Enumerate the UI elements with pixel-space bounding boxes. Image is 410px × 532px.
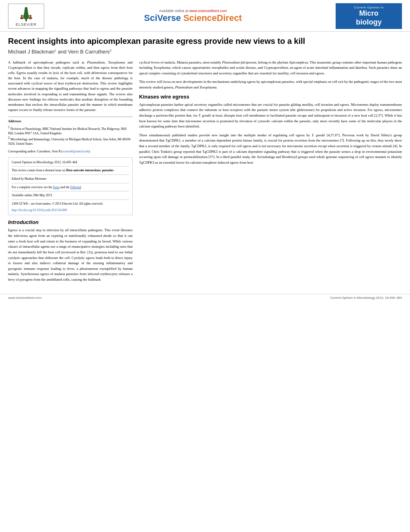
corresponding-email-link[interactable]: vcarruth@umich.edu bbox=[62, 150, 89, 153]
elsevier-tree-icon bbox=[16, 6, 36, 22]
author2-superscript: 2 bbox=[110, 49, 111, 52]
svg-point-7 bbox=[29, 17, 32, 19]
author-and: and Vern B Carruthers bbox=[56, 49, 110, 55]
right-col-intro-cont: cyclical fevers of malaria. Malaria para… bbox=[139, 60, 402, 76]
footer-right-text: Current Opinion in Microbiology 2013, 16… bbox=[330, 296, 402, 300]
svg-point-8 bbox=[29, 15, 31, 17]
sciencedirect-title: SciVerse ScienceDirect bbox=[56, 13, 330, 23]
journal-badge: Current Opinion in Microbiology bbox=[336, 3, 402, 29]
two-col-layout: A hallmark of apicomplexan pathogens suc… bbox=[8, 60, 402, 286]
sci-part1: SciVerse bbox=[144, 13, 183, 23]
header-center: Available online at www.sciencedirect.co… bbox=[56, 9, 330, 23]
journal-badge-micro: Micro bbox=[359, 9, 378, 17]
article-authors: Michael J Blackman1 and Vern B Carruther… bbox=[8, 49, 402, 55]
page-footer: www.sciencedirect.com Current Opinion in… bbox=[0, 294, 410, 301]
info-divider3 bbox=[12, 183, 129, 183]
info-journal-line: Current Opinion in Microbiology 2013, 16… bbox=[12, 160, 129, 165]
journal-badge-title: Microbiology bbox=[340, 9, 398, 27]
kinases-heading: Kinases wire egress bbox=[139, 94, 402, 100]
info-edited-line: Edited by Markus Meissner bbox=[12, 177, 129, 181]
info-issue-link[interactable]: Issue bbox=[53, 185, 59, 189]
kinases-text2: Three simultaneously published studies p… bbox=[139, 133, 402, 166]
info-overview-text: For a complete overview see the bbox=[12, 185, 53, 189]
info-divider2 bbox=[12, 175, 129, 175]
addresses-box: Addresses 1 Division of Parasitology, MR… bbox=[8, 117, 133, 146]
info-editorial-link[interactable]: Editorial bbox=[70, 185, 81, 189]
journal-badge-top-text: Current Opinion in bbox=[340, 6, 398, 9]
right-column: cyclical fevers of malaria. Malaria para… bbox=[139, 60, 402, 286]
info-overview-line: For a complete overview see the Issue an… bbox=[12, 185, 129, 190]
svg-point-4 bbox=[25, 7, 27, 11]
info-and-text: and the bbox=[59, 185, 70, 189]
address1: 1 Division of Parasitology, MRC National… bbox=[8, 125, 133, 136]
address2: 2 Microbiology and Immunology, Universit… bbox=[8, 136, 133, 146]
author1-name: Michael J Blackman bbox=[8, 49, 55, 55]
article-title: Recent insights into apicomplexan parasi… bbox=[8, 36, 402, 46]
journal-badge-biology: biology bbox=[356, 18, 382, 26]
info-divider1 bbox=[12, 166, 129, 166]
corresponding-author: Corresponding author: Carruthers, Vern B… bbox=[8, 149, 133, 154]
svg-point-6 bbox=[21, 15, 23, 17]
info-themed-line: This review comes from a themed issue on… bbox=[12, 168, 129, 173]
info-license-line: 1369-5274/$ – see front matter, © 2013 E… bbox=[12, 201, 129, 206]
abstract-text: A hallmark of apicomplexan pathogens suc… bbox=[8, 60, 133, 113]
left-column: A hallmark of apicomplexan pathogens suc… bbox=[8, 60, 133, 286]
intro-body-text: Egress is a crucial step in infection by… bbox=[8, 228, 133, 282]
kinases-text1: Apicomplexan parasites harbor apical sec… bbox=[139, 102, 402, 129]
info-available-line: Available online 28th May 2013 bbox=[12, 193, 129, 198]
addresses-title: Addresses bbox=[8, 119, 133, 124]
info-themed-text: This review comes from a themed issue on bbox=[12, 168, 66, 172]
info-themed-bold-text: Host–microbe interactions: parasites bbox=[66, 168, 114, 172]
page-header: ELSEVIER Available online at www.science… bbox=[0, 0, 410, 32]
journal-badge-container: Current Opinion in Microbiology bbox=[330, 3, 402, 29]
intro-heading: Introduction bbox=[8, 219, 133, 225]
doi-link[interactable]: http://dx.doi.org/10.1016/j.mib.2013.04.… bbox=[12, 208, 129, 213]
elsevier-logo-container: ELSEVIER bbox=[8, 4, 56, 29]
info-divider4 bbox=[12, 191, 129, 191]
right-col-intro-text2: This review will focus on new developmen… bbox=[139, 79, 402, 90]
main-content: Recent insights into apicomplexan parasi… bbox=[0, 32, 410, 290]
elsevier-logo: ELSEVIER bbox=[8, 4, 44, 29]
elsevier-label: ELSEVIER bbox=[16, 23, 37, 27]
available-online-text: Available online at www.sciencedirect.co… bbox=[56, 9, 330, 13]
footer-left-text: www.sciencedirect.com bbox=[8, 296, 41, 300]
info-box: Current Opinion in Microbiology 2013, 16… bbox=[8, 157, 133, 216]
info-divider5 bbox=[12, 199, 129, 200]
sciverse-url-link[interactable]: www.sciencedirect.com bbox=[189, 9, 227, 13]
sci-part2: ScienceDirect bbox=[183, 13, 242, 23]
svg-point-5 bbox=[20, 17, 24, 19]
